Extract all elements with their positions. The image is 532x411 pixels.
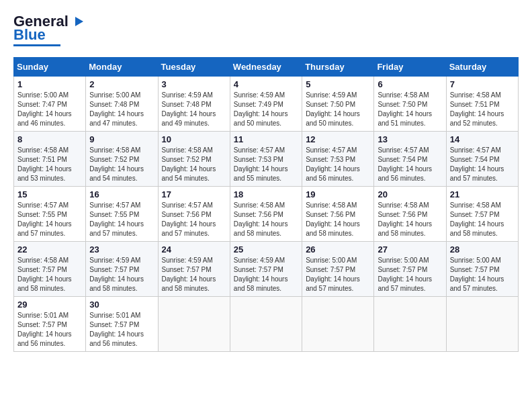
day-number: 6 [378,79,442,89]
day-number: 14 [450,134,515,144]
day-info: Sunrise: 4:59 AM Sunset: 7:49 PM Dayligh… [234,91,298,128]
day-info: Sunrise: 4:58 AM Sunset: 7:56 PM Dayligh… [378,201,442,238]
calendar-day-cell: 16Sunrise: 4:57 AM Sunset: 7:55 PM Dayli… [86,187,158,242]
day-info: Sunrise: 4:57 AM Sunset: 7:55 PM Dayligh… [89,201,154,238]
calendar-day-cell: 30Sunrise: 5:01 AM Sunset: 7:57 PM Dayli… [86,297,158,352]
day-info: Sunrise: 4:58 AM Sunset: 7:51 PM Dayligh… [17,146,82,183]
day-info: Sunrise: 5:00 AM Sunset: 7:57 PM Dayligh… [378,256,442,293]
calendar-day-cell: 7Sunrise: 4:58 AM Sunset: 7:51 PM Daylig… [446,77,518,132]
calendar-day-cell: 22Sunrise: 4:58 AM Sunset: 7:57 PM Dayli… [14,242,86,297]
calendar-day-cell: 26Sunrise: 5:00 AM Sunset: 7:57 PM Dayli… [302,242,374,297]
day-info: Sunrise: 4:57 AM Sunset: 7:54 PM Dayligh… [378,146,442,183]
calendar-day-cell: 17Sunrise: 4:57 AM Sunset: 7:56 PM Dayli… [158,187,230,242]
calendar-day-cell: 12Sunrise: 4:57 AM Sunset: 7:53 PM Dayli… [302,132,374,187]
day-number: 12 [306,134,370,144]
day-info: Sunrise: 5:00 AM Sunset: 7:47 PM Dayligh… [17,91,82,128]
logo-icon [70,14,85,29]
calendar-week-row: 22Sunrise: 4:58 AM Sunset: 7:57 PM Dayli… [14,242,519,297]
day-number: 29 [17,300,82,310]
calendar-day-cell: 8Sunrise: 4:58 AM Sunset: 7:51 PM Daylig… [14,132,86,187]
day-number: 3 [162,79,226,89]
calendar-day-cell: 15Sunrise: 4:57 AM Sunset: 7:55 PM Dayli… [14,187,86,242]
day-info: Sunrise: 4:58 AM Sunset: 7:52 PM Dayligh… [162,146,226,183]
day-info: Sunrise: 5:01 AM Sunset: 7:57 PM Dayligh… [17,311,82,349]
calendar-week-row: 8Sunrise: 4:58 AM Sunset: 7:51 PM Daylig… [14,132,519,187]
calendar-day-cell: 19Sunrise: 4:58 AM Sunset: 7:56 PM Dayli… [302,187,374,242]
day-number: 20 [378,189,442,199]
day-number: 4 [234,79,298,89]
day-number: 16 [89,189,154,199]
logo-text-blue: Blue [13,27,46,43]
day-number: 11 [234,134,298,144]
calendar-day-cell: 28Sunrise: 5:00 AM Sunset: 7:57 PM Dayli… [446,242,518,297]
day-number: 18 [234,189,298,199]
calendar-week-row: 29Sunrise: 5:01 AM Sunset: 7:57 PM Dayli… [14,297,519,352]
calendar-day-cell [158,297,230,352]
calendar-header-row: SundayMondayTuesdayWednesdayThursdayFrid… [14,58,519,77]
day-info: Sunrise: 4:57 AM Sunset: 7:53 PM Dayligh… [306,146,370,183]
day-info: Sunrise: 5:00 AM Sunset: 7:57 PM Dayligh… [450,256,515,293]
day-number: 1 [17,79,82,89]
logo-underline [13,44,60,46]
day-info: Sunrise: 4:59 AM Sunset: 7:48 PM Dayligh… [162,91,226,128]
day-of-week-header: Friday [374,58,446,77]
calendar-day-cell: 6Sunrise: 4:58 AM Sunset: 7:50 PM Daylig… [374,77,446,132]
day-of-week-header: Saturday [446,58,518,77]
calendar-day-cell: 29Sunrise: 5:01 AM Sunset: 7:57 PM Dayli… [14,297,86,352]
day-number: 10 [162,134,226,144]
calendar-day-cell: 14Sunrise: 4:57 AM Sunset: 7:54 PM Dayli… [446,132,518,187]
day-number: 13 [378,134,442,144]
logo: General Blue [13,13,85,46]
day-of-week-header: Sunday [14,58,86,77]
day-info: Sunrise: 4:57 AM Sunset: 7:53 PM Dayligh… [234,146,298,183]
day-of-week-header: Thursday [302,58,374,77]
calendar-week-row: 15Sunrise: 4:57 AM Sunset: 7:55 PM Dayli… [14,187,519,242]
calendar-week-row: 1Sunrise: 5:00 AM Sunset: 7:47 PM Daylig… [14,77,519,132]
calendar-day-cell: 5Sunrise: 4:59 AM Sunset: 7:50 PM Daylig… [302,77,374,132]
day-info: Sunrise: 4:57 AM Sunset: 7:54 PM Dayligh… [450,146,515,183]
day-info: Sunrise: 4:58 AM Sunset: 7:52 PM Dayligh… [89,146,154,183]
calendar-day-cell [302,297,374,352]
calendar-day-cell: 27Sunrise: 5:00 AM Sunset: 7:57 PM Dayli… [374,242,446,297]
calendar-day-cell [230,297,302,352]
calendar-day-cell: 25Sunrise: 4:59 AM Sunset: 7:57 PM Dayli… [230,242,302,297]
day-of-week-header: Tuesday [158,58,230,77]
day-info: Sunrise: 4:57 AM Sunset: 7:56 PM Dayligh… [162,201,226,238]
day-info: Sunrise: 5:01 AM Sunset: 7:57 PM Dayligh… [89,311,154,349]
day-info: Sunrise: 5:00 AM Sunset: 7:48 PM Dayligh… [89,91,154,128]
day-info: Sunrise: 4:57 AM Sunset: 7:55 PM Dayligh… [17,201,82,238]
calendar-day-cell: 11Sunrise: 4:57 AM Sunset: 7:53 PM Dayli… [230,132,302,187]
calendar-day-cell: 9Sunrise: 4:58 AM Sunset: 7:52 PM Daylig… [86,132,158,187]
day-number: 9 [89,134,154,144]
day-number: 15 [17,189,82,199]
day-info: Sunrise: 4:58 AM Sunset: 7:56 PM Dayligh… [306,201,370,238]
calendar-day-cell: 2Sunrise: 5:00 AM Sunset: 7:48 PM Daylig… [86,77,158,132]
calendar-day-cell: 20Sunrise: 4:58 AM Sunset: 7:56 PM Dayli… [374,187,446,242]
calendar-day-cell: 10Sunrise: 4:58 AM Sunset: 7:52 PM Dayli… [158,132,230,187]
day-number: 27 [378,244,442,255]
day-number: 21 [450,189,515,199]
day-info: Sunrise: 5:00 AM Sunset: 7:57 PM Dayligh… [306,256,370,293]
calendar-day-cell: 18Sunrise: 4:58 AM Sunset: 7:56 PM Dayli… [230,187,302,242]
day-number: 8 [17,134,82,144]
day-info: Sunrise: 4:59 AM Sunset: 7:50 PM Dayligh… [306,91,370,128]
svg-marker-0 [75,17,83,26]
day-info: Sunrise: 4:58 AM Sunset: 7:51 PM Dayligh… [450,91,515,128]
day-info: Sunrise: 4:58 AM Sunset: 7:56 PM Dayligh… [234,201,298,238]
day-info: Sunrise: 4:59 AM Sunset: 7:57 PM Dayligh… [234,256,298,293]
page-header: General Blue [13,13,519,46]
day-number: 19 [306,189,370,199]
day-number: 17 [162,189,226,199]
day-info: Sunrise: 4:58 AM Sunset: 7:57 PM Dayligh… [17,256,82,293]
day-number: 30 [89,300,154,310]
day-number: 23 [89,244,154,255]
calendar-table: SundayMondayTuesdayWednesdayThursdayFrid… [13,57,519,352]
calendar-day-cell: 23Sunrise: 4:59 AM Sunset: 7:57 PM Dayli… [86,242,158,297]
day-of-week-header: Wednesday [230,58,302,77]
day-info: Sunrise: 4:58 AM Sunset: 7:50 PM Dayligh… [378,91,442,128]
calendar-day-cell: 1Sunrise: 5:00 AM Sunset: 7:47 PM Daylig… [14,77,86,132]
day-info: Sunrise: 4:59 AM Sunset: 7:57 PM Dayligh… [162,256,226,293]
day-number: 5 [306,79,370,89]
day-number: 25 [234,244,298,255]
day-info: Sunrise: 4:58 AM Sunset: 7:57 PM Dayligh… [450,201,515,238]
